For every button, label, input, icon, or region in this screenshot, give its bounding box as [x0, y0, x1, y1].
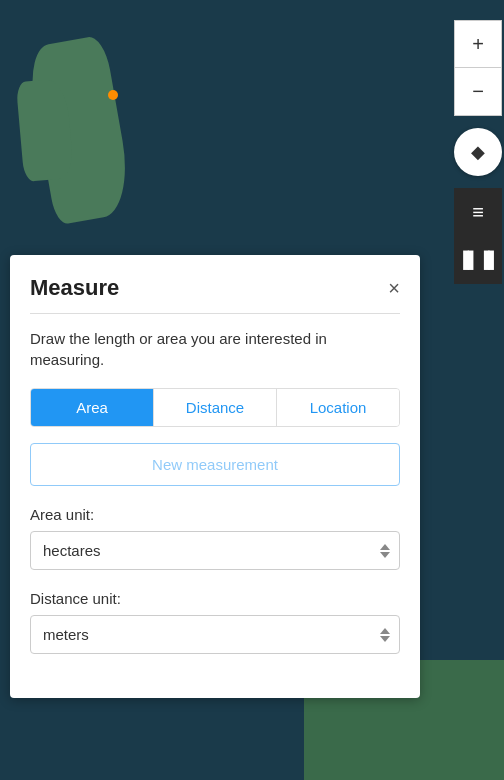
panel-title: Measure: [30, 275, 119, 301]
panel-divider: [30, 313, 400, 314]
tab-area[interactable]: Area: [31, 389, 154, 426]
tab-location[interactable]: Location: [277, 389, 399, 426]
map-toolbar: + − ◆ ≡ ▐▌▐▌: [452, 20, 504, 284]
area-unit-wrapper: hectares square meters square kilometers…: [30, 531, 400, 570]
panel-header: Measure ×: [30, 275, 400, 301]
zoom-in-button[interactable]: +: [454, 20, 502, 68]
area-unit-label: Area unit:: [30, 506, 400, 523]
measure-panel: Measure × Draw the length or area you ar…: [10, 255, 420, 698]
distance-unit-field: Distance unit: meters kilometers miles f…: [30, 590, 400, 654]
distance-unit-wrapper: meters kilometers miles feet: [30, 615, 400, 654]
area-unit-field: Area unit: hectares square meters square…: [30, 506, 400, 570]
tab-group: Area Distance Location: [30, 388, 400, 427]
layers-button[interactable]: ≡: [454, 188, 502, 236]
map-marker: [108, 90, 118, 100]
close-button[interactable]: ×: [388, 278, 400, 298]
layers-icon: ≡: [472, 201, 484, 224]
compass-icon: ◆: [471, 141, 485, 163]
compass-button[interactable]: ◆: [454, 128, 502, 176]
distance-unit-select[interactable]: meters kilometers miles feet: [30, 615, 400, 654]
panel-description: Draw the length or area you are interest…: [30, 328, 400, 370]
zoom-out-button[interactable]: −: [454, 68, 502, 116]
tab-distance[interactable]: Distance: [154, 389, 277, 426]
zoom-group: + −: [454, 20, 502, 116]
new-measurement-button[interactable]: New measurement: [30, 443, 400, 486]
ruler-icon: ▐▌▐▌: [457, 251, 498, 269]
area-unit-select[interactable]: hectares square meters square kilometers…: [30, 531, 400, 570]
ruler-button[interactable]: ▐▌▐▌: [454, 236, 502, 284]
distance-unit-label: Distance unit:: [30, 590, 400, 607]
